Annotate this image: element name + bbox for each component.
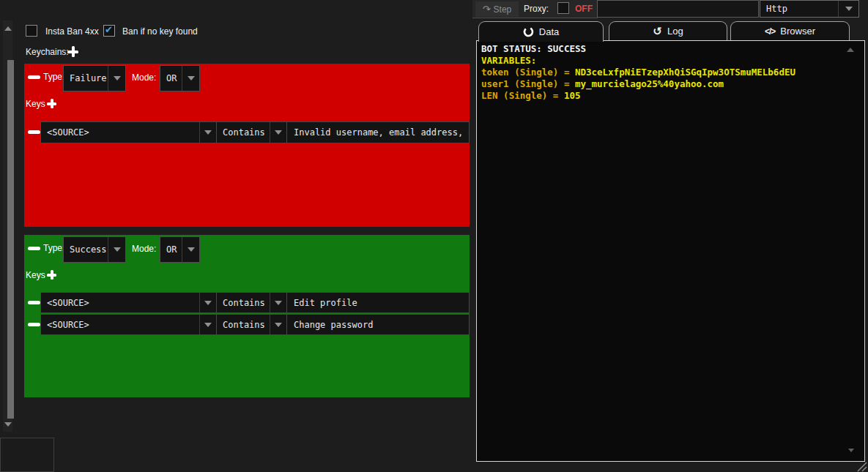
- keychain-type-value: Success: [64, 237, 108, 262]
- add-key-plus-icon[interactable]: [47, 270, 56, 280]
- keys-label: Keys: [26, 270, 45, 280]
- key-value-input[interactable]: Change password: [286, 315, 469, 334]
- debugger-toolbar: ↷ Step Proxy: OFF: [472, 0, 598, 18]
- chevron-down-icon[interactable]: [199, 122, 216, 143]
- left-scrollbar-thumb[interactable]: [7, 60, 14, 419]
- proxy-label: Proxy:: [524, 4, 549, 14]
- key-row: <SOURCE> Contains Change password: [40, 314, 470, 335]
- check-icon: ✔: [105, 24, 113, 35]
- insta-ban-checkbox[interactable]: [26, 25, 37, 37]
- ban-no-key-checkbox[interactable]: ✔: [103, 25, 115, 37]
- variable-name: user1 (Single) =: [481, 78, 575, 89]
- bot-status-line: BOT STATUS: SUCCESS: [481, 43, 795, 55]
- tab-log[interactable]: ↺ Log: [609, 21, 727, 40]
- left-scrollbar[interactable]: [3, 20, 12, 432]
- remove-keychain-minus-icon[interactable]: [28, 247, 40, 250]
- key-condition-dropdown[interactable]: Contains: [216, 293, 286, 312]
- log-scroll-up-icon[interactable]: [847, 48, 854, 52]
- chevron-down-icon[interactable]: [270, 293, 286, 312]
- key-condition-value: Contains: [217, 298, 270, 308]
- keychain-mode-value: OR: [160, 237, 182, 262]
- key-condition-value: Contains: [217, 127, 270, 138]
- tab-browser-label: Browser: [780, 26, 815, 37]
- request-type-value: Http: [760, 1, 838, 17]
- insta-ban-label: Insta Ban 4xx: [45, 26, 99, 37]
- tab-data-label: Data: [539, 26, 559, 37]
- key-row: <SOURCE> Contains Invalid username, emai…: [40, 121, 470, 143]
- remove-key-minus-icon[interactable]: [28, 301, 40, 304]
- key-condition-value: Contains: [217, 320, 270, 330]
- variable-line: LEN (Single) = 105: [481, 90, 795, 102]
- ban-no-key-label: Ban if no key found: [122, 26, 198, 37]
- mode-label: Mode:: [132, 72, 156, 83]
- mode-label: Mode:: [132, 244, 156, 254]
- key-value-input[interactable]: Edit profile: [286, 293, 469, 312]
- chevron-down-icon[interactable]: [182, 237, 199, 262]
- variable-value: my_murcielago25%40yahoo.com: [575, 78, 724, 89]
- add-keychain-plus-icon[interactable]: [67, 46, 78, 57]
- address-input[interactable]: [597, 0, 759, 18]
- remove-keychain-minus-icon[interactable]: [28, 75, 40, 79]
- chevron-down-icon[interactable]: [199, 293, 216, 312]
- history-icon: ↺: [653, 26, 662, 37]
- key-row: <SOURCE> Contains Edit profile: [40, 292, 470, 313]
- key-condition-dropdown[interactable]: Contains: [216, 315, 286, 334]
- remove-key-minus-icon[interactable]: [28, 130, 40, 134]
- chevron-down-icon[interactable]: [182, 66, 199, 91]
- keychain-mode-value: OR: [160, 66, 182, 91]
- keychain-type-dropdown[interactable]: Failure: [63, 65, 126, 91]
- keychains-label: Keychains:: [26, 47, 69, 57]
- step-arrow-icon: ↷: [483, 4, 491, 15]
- keychain-failure-block: Type: Failure Mode: OR Keys <SOURCE> Con…: [24, 64, 470, 227]
- proxy-checkbox[interactable]: [557, 2, 569, 14]
- scroll-up-icon[interactable]: [4, 26, 12, 31]
- key-source-value: <SOURCE>: [41, 127, 199, 138]
- keychain-type-value: Failure: [64, 66, 108, 91]
- chevron-down-icon[interactable]: [108, 237, 125, 262]
- keychain-mode-dropdown[interactable]: OR: [160, 65, 200, 91]
- keychain-success-block: Type: Success Mode: OR Keys <SOURCE> Con…: [24, 235, 470, 397]
- type-label: Type:: [43, 243, 64, 253]
- variable-line: token (Single) = ND3ceLxfpNiETzepXhQiSGq…: [481, 67, 795, 78]
- tab-browser[interactable]: </> Browser: [730, 21, 850, 40]
- key-source-dropdown[interactable]: <SOURCE>: [41, 293, 216, 312]
- step-button-label: Step: [494, 4, 512, 15]
- add-key-plus-icon[interactable]: [47, 99, 56, 108]
- resize-grip-icon[interactable]: [856, 460, 867, 472]
- scroll-down-icon[interactable]: [4, 422, 12, 427]
- key-value-input[interactable]: Invalid username, email address, or: [286, 122, 469, 143]
- code-icon: </>: [765, 26, 775, 37]
- request-type-dropdown[interactable]: Http: [760, 0, 859, 18]
- variable-name: token (Single) =: [481, 67, 575, 78]
- log-scroll-down-icon[interactable]: [848, 449, 854, 452]
- variables-header: VARIABLES:: [481, 55, 795, 67]
- key-source-value: <SOURCE>: [41, 320, 199, 330]
- chevron-down-icon[interactable]: [838, 1, 858, 17]
- chevron-down-icon[interactable]: [270, 122, 286, 143]
- type-label: Type:: [43, 72, 64, 82]
- keys-label: Keys: [26, 99, 45, 109]
- keychain-mode-dropdown[interactable]: OR: [160, 236, 200, 263]
- tab-log-label: Log: [667, 26, 683, 37]
- variable-line: user1 (Single) = my_murcielago25%40yahoo…: [481, 78, 795, 90]
- bot-data-output: BOT STATUS: SUCCESS VARIABLES: token (Si…: [476, 40, 865, 462]
- corner-box: [0, 438, 54, 472]
- variable-name: LEN (Single) =: [481, 90, 564, 101]
- data-spinner-icon: [523, 26, 534, 37]
- step-button[interactable]: ↷ Step: [475, 1, 519, 17]
- key-source-dropdown[interactable]: <SOURCE>: [41, 122, 216, 143]
- chevron-down-icon[interactable]: [199, 315, 216, 334]
- variable-value: ND3ceLxfpNiETzepXhQiSGqIpw3OTSmuMELb6dEU: [575, 67, 795, 78]
- remove-key-minus-icon[interactable]: [28, 323, 40, 326]
- key-source-value: <SOURCE>: [41, 298, 199, 308]
- chevron-down-icon[interactable]: [270, 315, 286, 334]
- chevron-down-icon[interactable]: [108, 66, 125, 91]
- key-condition-dropdown[interactable]: Contains: [216, 122, 286, 143]
- keychain-type-dropdown[interactable]: Success: [63, 236, 126, 263]
- proxy-status: OFF: [575, 4, 593, 14]
- key-source-dropdown[interactable]: <SOURCE>: [41, 315, 216, 334]
- tab-data[interactable]: Data: [478, 21, 604, 42]
- variable-value: 105: [564, 90, 581, 101]
